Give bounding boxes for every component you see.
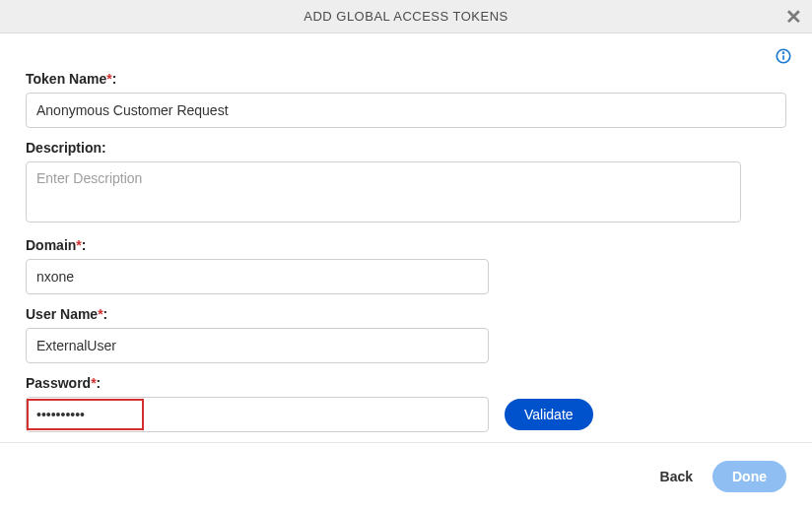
dialog-body: Token Name*: Description: Domain*: User … [0,33,812,454]
token-name-input[interactable] [26,93,786,128]
required-star: * [98,306,102,322]
svg-point-2 [783,52,784,53]
validate-button[interactable]: Validate [505,399,593,430]
domain-input[interactable] [26,259,489,294]
domain-label-text: Domain [26,237,76,253]
info-icon[interactable] [775,47,792,65]
password-label-text: Password [26,375,91,391]
user-name-input[interactable] [26,328,489,363]
password-label: Password*: [26,375,786,391]
user-name-label: User Name*: [26,306,786,322]
field-password: Password*: Validate [26,375,786,432]
required-star: * [76,237,81,253]
field-token-name: Token Name*: [26,71,786,128]
field-user-name: User Name*: [26,306,786,363]
field-description: Description: [26,140,786,225]
description-input[interactable] [26,161,741,223]
password-input[interactable] [26,397,489,432]
close-icon[interactable]: ✕ [785,7,802,27]
done-button[interactable]: Done [712,461,786,492]
domain-label: Domain*: [26,237,786,253]
password-row: Validate [26,397,786,432]
user-name-label-text: User Name [26,306,98,322]
required-star: * [106,71,111,87]
token-name-label: Token Name*: [26,71,786,87]
description-label: Description: [26,140,786,156]
dialog-footer: Back Done [0,442,812,510]
token-name-label-text: Token Name [26,71,106,87]
dialog-header: ADD GLOBAL ACCESS TOKENS ✕ [0,0,812,33]
field-domain: Domain*: [26,237,786,294]
dialog-title: ADD GLOBAL ACCESS TOKENS [304,9,508,24]
back-button[interactable]: Back [660,469,693,484]
required-star: * [91,375,96,391]
